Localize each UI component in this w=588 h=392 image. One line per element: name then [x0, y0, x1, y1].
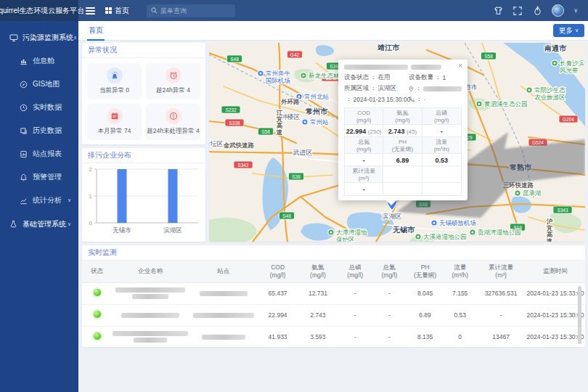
- station-cell: [189, 282, 258, 304]
- popup-close-icon[interactable]: ×: [458, 62, 462, 70]
- enterprise-distribution-panel: 排污企业分布 012无锡市滨湖区: [82, 148, 205, 242]
- dashboard-icon: [19, 57, 28, 66]
- table-row[interactable]: 22.9942.743--6.890.53-2024-01-23 15:30:0…: [82, 304, 585, 326]
- history-icon: [19, 126, 28, 136]
- table-row[interactable]: 65.43712.731--8.0457.155327636.5312024-0…: [82, 282, 585, 304]
- table-row[interactable]: 41.9333.593--8.1350134672024-01-23 15:30…: [82, 326, 585, 347]
- svg-text:1: 1: [89, 193, 93, 200]
- abnormal-card-1[interactable]: 超24h异常 4: [146, 63, 200, 99]
- value-cell-流量: 0: [444, 326, 476, 347]
- search-icon: [151, 7, 158, 14]
- map-label: 三环快速路: [503, 181, 534, 189]
- hamburger-menu-icon[interactable]: [86, 7, 95, 15]
- search-input[interactable]: [160, 7, 226, 15]
- value-cell-累计流量: 13467: [476, 326, 526, 347]
- column-header-总氮: 总氮(mg/l): [372, 261, 407, 282]
- realtime-monitor-panel: 实时监测 状态企业名称站点COD(mg/l)氨氮(mg/l)总磷(mg/l)总氮…: [82, 245, 585, 347]
- metric-name-总磷: 总磷(mg/l): [422, 108, 461, 125]
- metric-value-empty: [383, 183, 422, 195]
- metric-value-PH: 6.89: [383, 154, 422, 166]
- map-label: 外环路: [280, 98, 300, 105]
- chart-panel-title: 排污企业分布: [82, 148, 205, 163]
- tab-home[interactable]: 首页: [87, 21, 105, 41]
- value-cell-PH: 8.045: [407, 282, 444, 304]
- value-cell-累计流量: 327636.531: [476, 282, 526, 304]
- grid-icon: [105, 7, 112, 14]
- column-header-累计流量: 累计流量(m³): [476, 261, 526, 282]
- chevron-down-icon: ∨: [575, 28, 579, 33]
- metric-name-流量: 流量(m³/h): [422, 137, 461, 154]
- theme-shirt-icon[interactable]: [493, 6, 503, 16]
- main-content: 异常状况 当前异常 0超24h异常 4本月异常 74超24h未处理异常 4 排污…: [78, 41, 588, 392]
- flame-icon[interactable]: [532, 6, 542, 16]
- table-scrollbar[interactable]: [578, 286, 581, 344]
- value-cell-氨氮: 3.593: [298, 326, 338, 347]
- abnormal-card-2[interactable]: 本月异常 74: [87, 104, 142, 140]
- marker-label: 滨湖区: [383, 213, 402, 220]
- column-header-状态: 状态: [82, 261, 112, 282]
- redacted-address: [423, 86, 462, 91]
- svg-text:S38: S38: [292, 174, 301, 179]
- metric-name-empty: [383, 166, 422, 183]
- sidebar-item-预警管理[interactable]: 预警管理: [0, 166, 78, 189]
- sidebar-item-label: 站点报表: [33, 149, 62, 159]
- sidebar-group-1[interactable]: 基础管理系统∨: [0, 212, 78, 236]
- svg-text:0: 0: [89, 220, 93, 226]
- user-menu-chevron-down-icon[interactable]: ∨: [573, 7, 578, 14]
- redacted-text: [344, 65, 408, 70]
- abnormal-card-0[interactable]: 当前异常 0: [87, 63, 142, 99]
- redacted-company: [121, 313, 179, 318]
- svg-text:S48: S48: [282, 213, 291, 219]
- time-cell: 2024-01-23 15:30:00: [526, 304, 585, 326]
- tabbar: 首页 更多 ∨: [78, 21, 588, 41]
- column-header-COD: COD(mg/l): [258, 261, 298, 282]
- map-label: 黄泗浦生态公园: [483, 100, 528, 107]
- popup-device-info: 设备状态：在用 设备数量：1 所属区域：滨湖区 ： ：2024-01-23 15…: [344, 73, 462, 104]
- value-cell-氨氮: 2.743: [298, 304, 338, 326]
- map-label: 武进区: [293, 149, 313, 156]
- value-cell-累计流量: -: [476, 304, 526, 326]
- svg-text:S48: S48: [419, 202, 428, 207]
- top-nav-home[interactable]: 首页: [105, 6, 129, 16]
- user-avatar[interactable]: [552, 4, 564, 17]
- location-pin-icon: [409, 86, 414, 92]
- column-header-企业名称: 企业名称: [112, 261, 189, 282]
- sidebar-item-label: 历史数据: [33, 126, 62, 136]
- map-label: 无锡硕放机场: [439, 219, 476, 226]
- redacted-station: [193, 313, 254, 318]
- map-label: 靖江市: [377, 44, 400, 52]
- svg-text:S48: S48: [230, 57, 239, 62]
- sidebar-item-信息舱[interactable]: 信息舱: [0, 49, 78, 73]
- app-logo: Squirrel生态环境云服务平台: [0, 0, 78, 21]
- sidebar-item-站点报表[interactable]: 站点报表: [0, 142, 78, 166]
- clock-icon: [19, 103, 28, 113]
- map-label: 昆承湖: [523, 189, 542, 197]
- monitor-icon: [9, 33, 18, 42]
- map[interactable]: S48G42S39G346S232S338S58S342S38S48G2S229…: [209, 43, 585, 242]
- more-button[interactable]: 更多 ∨: [553, 24, 584, 37]
- sidebar-item-label: 预警管理: [33, 172, 62, 182]
- station-cell: [189, 304, 258, 326]
- company-cell: [112, 304, 189, 326]
- column-header-流量: 流量(m³/h): [444, 261, 476, 282]
- chevron-down-icon: ∨: [68, 221, 71, 227]
- popup-title-redacted: [344, 65, 462, 70]
- value-cell-总磷: -: [338, 304, 372, 326]
- sidebar-item-label: 信息舱: [33, 56, 54, 66]
- status-cell: [82, 326, 112, 347]
- menu-search[interactable]: [147, 4, 235, 17]
- sidebar-group-0[interactable]: 污染源监测系统∧: [0, 25, 78, 49]
- column-header-PH: PH(无量纲): [407, 261, 444, 282]
- map-label: 新龙生态林: [309, 72, 340, 79]
- metric-name-累计流量: 累计流量(m³): [345, 166, 383, 183]
- sidebar-item-统计分析[interactable]: 统计分析∨: [0, 189, 78, 212]
- sidebar-item-label: GIS地图: [33, 79, 60, 89]
- sidebar-item-GIS地图[interactable]: GIS地图: [0, 73, 78, 96]
- sidebar-item-历史数据[interactable]: 历史数据: [0, 119, 78, 142]
- sidebar-item-实时数据[interactable]: 实时数据: [0, 96, 78, 119]
- value-cell-COD: 41.933: [258, 326, 298, 347]
- abnormal-card-3[interactable]: 超24h未处理异常 4: [146, 104, 200, 140]
- abnormal-card-label: 当前异常 0: [99, 86, 129, 95]
- fullscreen-icon[interactable]: [513, 6, 523, 16]
- settings-icon: [9, 219, 18, 229]
